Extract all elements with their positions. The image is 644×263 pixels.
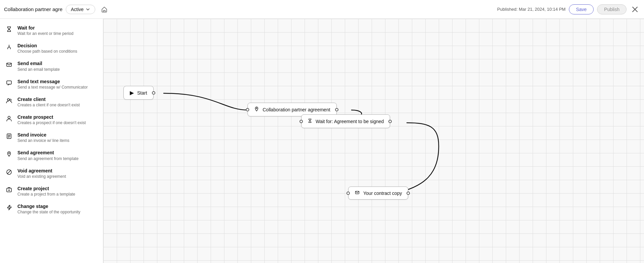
agreement-icon [5,150,13,158]
svg-point-6 [9,153,10,154]
home-icon [101,6,108,13]
workflow-canvas[interactable]: ▶ Start Collaboration partner agreement [103,19,644,263]
close-icon [632,6,638,12]
sidebar-item-send-agreement[interactable]: Send agreement Send an agreement from te… [0,146,103,164]
status-dropdown[interactable]: Active [66,5,95,14]
node-start-label: Start [137,90,147,96]
node-dot-start-right [152,91,155,95]
sidebar-text-send-invoice: Send invoice Send an invoice w/ line ite… [17,132,69,143]
sidebar-item-create-prospect[interactable]: Create prospect Creates a prospect if on… [0,111,103,128]
sidebar-item-send-text[interactable]: Send text message Send a text message w/… [0,75,103,93]
sidebar-text-decision: Decision Choose path based on conditions [17,43,77,54]
node-start[interactable]: ▶ Start [123,86,154,100]
status-label: Active [71,7,84,12]
sidebar-item-decision[interactable]: Decision Choose path based on conditions [0,39,103,57]
sidebar-text-send-agreement: Send agreement Send an agreement from te… [17,150,78,161]
svg-rect-10 [356,191,359,194]
node-dot-collab-right [335,108,338,111]
published-timestamp: Published: Mar 21, 2024, 10:14 PM [497,7,566,12]
lightning-icon [5,204,13,211]
node-contract-label: Your contract copy [363,191,402,196]
svg-point-9 [256,108,257,109]
connections-layer [103,19,644,263]
node-collab-label: Collaboration partner agreement [263,107,330,112]
sidebar-item-void-agreement[interactable]: Void agreement Void an existing agreemen… [0,164,103,182]
email-canvas-icon [355,190,360,196]
sidebar-item-create-client[interactable]: Create client Creates a client if one do… [0,93,103,111]
person-group-icon [5,97,13,104]
chevron-down-icon [86,7,90,12]
node-dot-contract-right [407,192,410,195]
svg-rect-0 [7,63,11,66]
home-button[interactable] [99,4,110,15]
sidebar-text-send-email: Send email Send an email template [17,60,60,71]
node-waitfor-label: Wait for: Agreement to be signed [316,119,384,124]
sidebar-text-change-stage: Change stage Change the state of the opp… [17,203,80,214]
sidebar-item-change-stage[interactable]: Change stage Change the state of the opp… [0,200,103,218]
email-icon [5,61,13,68]
close-button[interactable] [630,4,640,14]
node-waitfor[interactable]: Wait for: Agreement to be signed [301,114,390,128]
void-icon [5,168,13,176]
person-icon [5,115,13,122]
svg-point-3 [10,99,11,101]
project-icon [5,186,13,194]
sidebar-text-void-agreement: Void agreement Void an existing agreemen… [17,168,66,179]
publish-button: Publish [597,4,627,14]
node-dot-waitfor-right [388,120,392,123]
invoice-icon [5,133,13,140]
hourglass-canvas-icon [308,118,312,124]
header-actions: Published: Mar 21, 2024, 10:14 PM Save P… [497,4,640,14]
node-dot-waitfor-left [300,120,303,123]
main-layout: Wait for Wait for an event or time perio… [0,19,644,263]
play-icon: ▶ [130,90,134,96]
node-dot-contract-left [346,192,350,195]
fork-icon [5,43,13,51]
sidebar-text-send-text: Send text message Send a text message w/… [17,78,88,90]
hourglass-icon [5,25,13,33]
node-contract[interactable]: Your contract copy [348,187,408,200]
sidebar-item-send-invoice[interactable]: Send invoice Send an invoice w/ line ite… [0,128,103,146]
sidebar-item-wait-for[interactable]: Wait for Wait for an event or time perio… [0,21,103,39]
chat-icon [5,79,13,87]
sidebar-text-create-client: Create client Creates a client if one do… [17,96,80,107]
sidebar-text-create-project: Create project Create a project from a t… [17,186,75,197]
sidebar-text-create-prospect: Create prospect Creates a prospect if on… [17,114,86,125]
sidebar-text-wait-for: Wait for Wait for an event or time perio… [17,25,73,36]
svg-rect-1 [7,81,11,84]
agreement-canvas-icon [254,106,259,113]
sidebar-item-create-project[interactable]: Create project Create a project from a t… [0,182,103,200]
sidebar: Wait for Wait for an event or time perio… [0,19,103,263]
node-dot-collab-left [246,108,249,111]
workflow-title: Collaboration partner agre [4,6,62,12]
header: Collaboration partner agre Active Publis… [0,0,644,19]
save-button[interactable]: Save [569,4,594,14]
sidebar-item-send-email[interactable]: Send email Send an email template [0,57,103,75]
svg-point-4 [8,116,10,118]
svg-point-2 [7,99,9,101]
